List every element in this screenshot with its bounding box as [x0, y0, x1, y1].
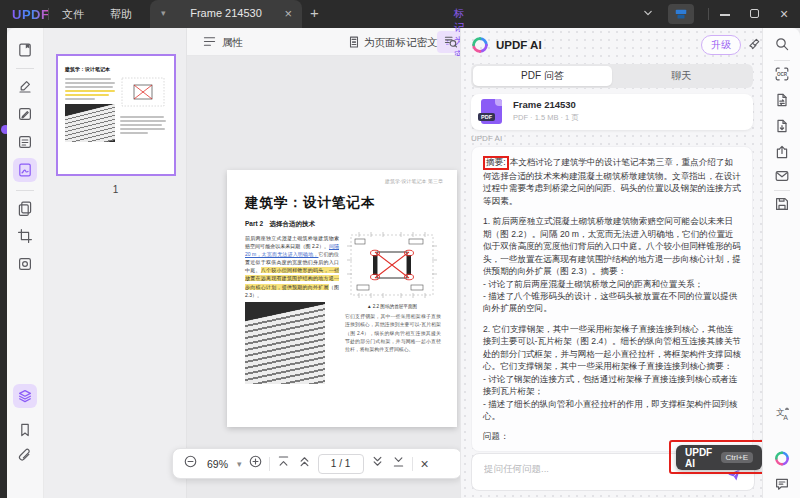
zoom-in-icon[interactable] [248, 454, 263, 473]
page-indicator-input[interactable]: 1 / 1 [318, 454, 364, 474]
ai-layers-icon[interactable] [13, 384, 37, 408]
compress-file-icon[interactable] [774, 118, 790, 134]
svg-text:OCR: OCR [777, 72, 788, 77]
ai-mode-tabs: PDF 问答 聊天 [471, 64, 753, 88]
form-fields-icon[interactable] [13, 130, 37, 154]
message-sender-label: UPDF AI [471, 134, 502, 143]
divider [774, 190, 790, 191]
comment-highlighter-icon[interactable] [13, 74, 37, 98]
redact-toolbar: 属性 T 标记为密文 为页面标记密文 [187, 28, 460, 56]
updf-app-window: UPDF 文件 帮助 ▾ Frame 214530 × + × [0, 0, 800, 498]
updf-ai-flower-icon [471, 36, 489, 54]
organize-pages-icon[interactable] [13, 196, 37, 220]
divider [48, 8, 49, 20]
close-toolbar-icon[interactable]: × [421, 456, 429, 472]
convert-file-icon[interactable] [774, 92, 790, 108]
divider [708, 8, 709, 20]
clear-chat-brush-icon[interactable] [747, 37, 762, 56]
page-redact-icon[interactable] [347, 35, 361, 53]
bookmark-icon[interactable] [13, 418, 37, 442]
attachment-paperclip-icon[interactable] [13, 444, 37, 468]
left-sidebar [7, 28, 44, 498]
part-heading: Part 2 选择合适的技术 [245, 220, 315, 229]
summary-intro: 本文档讨论了建筑学中的设计笔记本第三章，重点介绍了如何选择合适的技术来构建混凝土… [483, 157, 741, 206]
body-text-left-column: 前后两座独立式混凝土砌筑桥墩建筑物索赔空间可能会以未来日期（图 2.2）。间隔 … [245, 234, 339, 299]
ai-panel-header: UPDF AI [471, 36, 542, 54]
thumbnail-title: 建筑学：设计笔记本 [65, 66, 167, 72]
first-page-icon[interactable] [276, 454, 291, 473]
red-annotation-box-tooltip [669, 440, 766, 474]
next-page-icon[interactable] [370, 454, 385, 473]
crop-icon[interactable] [13, 224, 37, 248]
thumbnail-left-column [65, 76, 115, 142]
last-page-icon[interactable] [391, 454, 406, 473]
zoom-level[interactable]: 69% [204, 458, 231, 470]
body-text-right-column: 它们支撑钢架，其中一些采用桁架椽子直接连接到核心，其他连接到主要可以-瓦片桁架（… [345, 313, 441, 355]
thumbnail-photo [65, 104, 115, 142]
feedback-chat-icon[interactable] [774, 476, 790, 492]
pdf-file-icon: PDF [481, 99, 502, 124]
page-redact-button[interactable]: 为页面标记密文 [364, 36, 438, 50]
zoom-caret-icon[interactable]: ▾ [237, 459, 242, 469]
share-export-icon[interactable] [774, 144, 790, 160]
menu-file[interactable]: 文件 [62, 7, 84, 22]
figure-caption: ▲ 2.2 图纸的首层平面图 [345, 304, 439, 309]
tab-chat[interactable]: 聊天 [612, 66, 751, 86]
properties-list-icon[interactable] [202, 34, 217, 53]
zoom-out-icon[interactable] [183, 454, 198, 473]
svg-text:A: A [783, 414, 788, 421]
pdf-page[interactable]: 建筑学·设计笔记本 第三章 建筑学：设计笔记本 Part 2 选择合适的技术 前… [227, 170, 457, 427]
updf-logo: UPDF [12, 7, 49, 22]
search-document-icon[interactable] [443, 34, 458, 53]
menu-help[interactable]: 帮助 [110, 7, 132, 22]
file-name: Frame 214530 [513, 99, 576, 110]
save-icon[interactable] [774, 196, 790, 212]
divider [412, 457, 413, 471]
tab-close-icon[interactable]: × [284, 6, 292, 21]
document-title: 建筑学：设计笔记本 [245, 194, 376, 212]
summary-annotation-box: 摘要: [483, 156, 509, 170]
window-dropdown-chevron-icon[interactable] [640, 5, 656, 25]
previous-page-icon[interactable] [297, 454, 312, 473]
running-header: 建筑学·设计笔记本 第三章 [385, 178, 443, 184]
edit-pdf-icon[interactable] [13, 102, 37, 126]
right-tool-strip: OCR 文A [762, 28, 800, 498]
divider [774, 60, 790, 61]
minimize-button[interactable] [720, 14, 730, 16]
reader-mode-icon[interactable] [13, 38, 37, 62]
divider [269, 457, 270, 471]
translate-icon[interactable]: 文A [774, 406, 790, 422]
summary-label: 摘要: [486, 157, 506, 167]
updf-ai-panel: UPDF AI 升级 PDF 问答 聊天 PDF Frame 214530 PD… [460, 28, 762, 498]
page-thumbnail-selected[interactable]: 建筑学：设计笔记本 [56, 54, 176, 176]
floorplan-figure [345, 230, 439, 302]
file-meta: PDF · 1.5 MB · 1 页 [513, 113, 579, 123]
tab-title: Frame 214530 [150, 7, 302, 19]
app-logo-icon [668, 4, 694, 24]
ai-message-bubble: 摘要:本文档讨论了建筑学中的设计笔记本第三章，重点介绍了如何选择合适的技术来构建… [471, 146, 753, 452]
search-icon[interactable] [774, 36, 790, 52]
thumbnail-panel: 建筑学：设计笔记本 1 [44, 28, 187, 498]
titlebar: UPDF 文件 帮助 ▾ Frame 214530 × + × [0, 0, 800, 28]
divider [16, 190, 34, 191]
file-card[interactable]: PDF Frame 214530 PDF · 1.5 MB · 1 页 [471, 94, 753, 130]
properties-button[interactable]: 属性 [222, 36, 243, 50]
maximize-button[interactable] [750, 9, 759, 18]
tab-pdf-qa[interactable]: PDF 问答 [473, 66, 612, 86]
thumbnail-floorplan [120, 76, 166, 110]
email-icon[interactable] [774, 168, 790, 184]
close-window-button[interactable]: × [780, 6, 788, 22]
upgrade-button[interactable]: 升级 [701, 35, 741, 55]
zoom-page-toolbar: 69% ▾ 1 / 1 × [172, 448, 462, 479]
redact-tool-icon-active[interactable] [13, 158, 37, 182]
ai-panel-title: UPDF AI [496, 39, 542, 51]
thumbnail-right-column [120, 76, 167, 142]
updf-ai-sidebar-icon[interactable] [774, 450, 790, 466]
watermark-icon[interactable] [13, 252, 37, 276]
summary-section-2: 2. 它们支撑钢架，其中一些采用桁架椽子直接连接到核心，其他连接到主要可以-瓦片… [483, 323, 741, 423]
new-tab-button[interactable]: + [310, 4, 319, 21]
ocr-icon[interactable]: OCR [774, 66, 790, 82]
building-photo [245, 302, 325, 384]
thumbnail-page-number: 1 [44, 184, 187, 195]
document-tab[interactable]: ▾ Frame 214530 × [150, 0, 302, 28]
